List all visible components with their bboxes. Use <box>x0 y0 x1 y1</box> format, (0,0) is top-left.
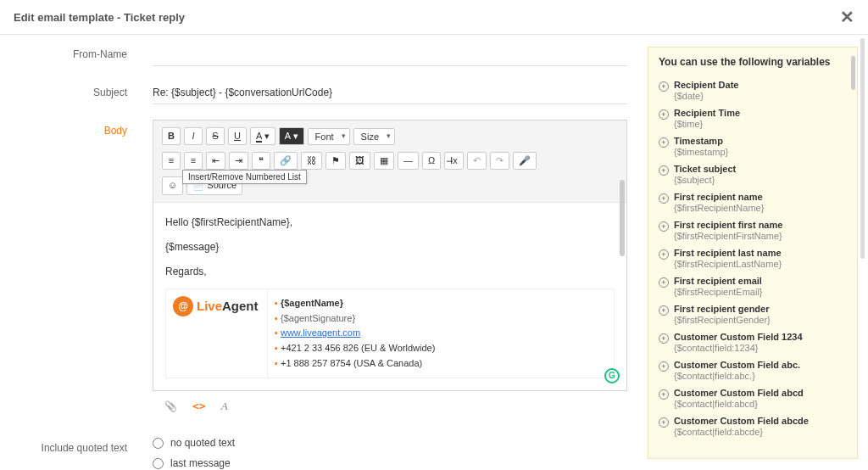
variable-item[interactable]: First recipient name{$firstRecipientName… <box>659 188 847 216</box>
bold-button[interactable]: B <box>162 127 181 145</box>
redo-button[interactable]: ↷ <box>490 152 509 170</box>
subject-input[interactable] <box>153 81 627 104</box>
editor-content-area[interactable]: Hello {$firstRecipientName}, {$message} … <box>153 203 626 391</box>
plus-icon[interactable] <box>659 249 669 260</box>
variables-title: You can use the following variables <box>659 56 847 68</box>
variable-code: {$firstRecipientFirstName} <box>674 231 782 241</box>
undo-button[interactable]: ↶ <box>467 152 487 170</box>
plus-icon[interactable] <box>659 417 669 428</box>
variable-item[interactable]: First recipient first name{$firstRecipie… <box>659 216 847 244</box>
font-select[interactable]: Font <box>308 128 350 145</box>
variable-item[interactable]: Customer Custom Field abc.{$contact|fiel… <box>659 356 847 384</box>
plus-icon[interactable] <box>659 165 669 176</box>
variables-panel: You can use the following variables Reci… <box>648 47 858 459</box>
quoted-radio-group: no quoted text last message last couple … <box>153 437 627 470</box>
editor-scrollbar[interactable] <box>620 180 625 256</box>
variable-code: {$timestamp} <box>674 147 728 157</box>
attachment-icon[interactable] <box>164 400 177 413</box>
numbered-list-button[interactable]: ≡ <box>162 152 181 170</box>
variable-code: {$firstRecipientEmail} <box>674 287 763 297</box>
from-name-label: From-Name <box>17 43 153 60</box>
outdent-button[interactable]: ⇤ <box>206 152 225 170</box>
variable-name: First recipient first name <box>674 220 782 230</box>
emoji-button[interactable]: ☺ <box>162 176 183 194</box>
variable-item[interactable]: Customer Custom Field abcde{$contact|fie… <box>659 412 847 440</box>
unlink-button[interactable]: ⛓ <box>301 152 322 170</box>
variable-name: Customer Custom Field 1234 <box>674 332 803 342</box>
plus-icon[interactable] <box>659 109 669 120</box>
body-message: {$message} <box>165 239 615 255</box>
variable-name: Recipient Date <box>674 80 738 90</box>
plus-icon[interactable] <box>659 389 669 400</box>
variable-name: Customer Custom Field abc. <box>674 360 800 370</box>
link-button[interactable]: 🔗 <box>274 152 298 170</box>
variable-name: First recipient gender <box>674 304 769 314</box>
radio-no-quoted[interactable]: no quoted text <box>153 437 627 449</box>
code-toggle-icon[interactable]: <> <box>192 400 206 413</box>
plus-icon[interactable] <box>659 193 669 204</box>
plus-icon[interactable] <box>659 137 669 148</box>
sig-website-link[interactable]: www.liveagent.com <box>281 327 360 338</box>
blockquote-button[interactable]: ❝ <box>252 152 270 170</box>
plus-icon[interactable] <box>659 361 669 372</box>
variable-item[interactable]: Recipient Time{$time} <box>659 104 847 132</box>
hr-button[interactable]: — <box>398 152 419 170</box>
anchor-button[interactable]: ⚑ <box>326 152 346 170</box>
variable-item[interactable]: First recipient gender{$firstRecipientGe… <box>659 300 847 328</box>
clear-format-button[interactable]: I̶x <box>444 152 464 170</box>
variable-code: {$subject} <box>674 175 736 185</box>
plus-icon[interactable] <box>659 81 669 92</box>
size-select[interactable]: Size <box>353 128 395 145</box>
text-color-button[interactable]: A ▾ <box>250 127 275 145</box>
variable-code: {$contact|field:abcde} <box>674 427 809 437</box>
page-scrollbar[interactable] <box>860 38 865 259</box>
variable-item[interactable]: Timestamp{$timestamp} <box>659 132 847 160</box>
close-icon[interactable]: ✕ <box>840 8 854 25</box>
variable-code: {$contact|field:1234} <box>674 343 803 353</box>
mic-button[interactable]: 🎤 <box>513 152 537 170</box>
dialog-header: Edit email template - Ticket reply ✕ <box>0 0 868 35</box>
variable-item[interactable]: First recipient email{$firstRecipientEma… <box>659 272 847 300</box>
variable-name: First recipient email <box>674 276 762 286</box>
from-name-input[interactable] <box>153 43 627 66</box>
variable-item[interactable]: Recipient Date{$date} <box>659 76 847 104</box>
radio-last-message[interactable]: last message <box>153 457 627 469</box>
bg-color-button[interactable]: A ▾ <box>279 127 304 145</box>
plus-icon[interactable] <box>659 333 669 344</box>
plus-icon[interactable] <box>659 305 669 316</box>
attachment-row: <> A <box>153 391 627 422</box>
font-toggle-icon[interactable]: A <box>221 400 228 413</box>
table-button[interactable]: ▦ <box>374 152 394 170</box>
variable-item[interactable]: First recipient last name{$firstRecipien… <box>659 244 847 272</box>
variable-code: {$date} <box>674 91 738 101</box>
variable-name: Customer Custom Field abcd <box>674 388 804 398</box>
italic-button[interactable]: I <box>184 127 203 145</box>
grammarly-icon[interactable] <box>604 368 620 383</box>
dialog-title: Edit email template - Ticket reply <box>14 11 185 24</box>
underline-button[interactable]: U <box>228 127 247 145</box>
variable-name: First recipient name <box>674 192 763 202</box>
editor-toolbar: B I S U A ▾ A ▾ Font Size ≡ ≡ ⇤ <box>153 120 626 203</box>
variable-code: {$contact|field:abcd} <box>674 399 804 409</box>
plus-icon[interactable] <box>659 277 669 288</box>
variable-item[interactable]: Ticket subject{$subject} <box>659 160 847 188</box>
sig-phone-eu: +421 2 33 456 826 (EU & Worldwide) <box>275 341 607 356</box>
sig-phone-us: +1 888 257 8754 (USA & Canada) <box>275 356 607 372</box>
image-button[interactable]: 🖼 <box>349 152 370 170</box>
variable-item[interactable]: Customer Custom Field 1234{$contact|fiel… <box>659 328 847 356</box>
variable-name: Ticket subject <box>674 164 736 174</box>
dialog-content: From-Name Subject Body B I S <box>0 35 868 470</box>
include-quoted-label: Include quoted text <box>17 437 153 454</box>
sig-agent-name: {$agentName} <box>281 298 343 308</box>
indent-button[interactable]: ⇥ <box>229 152 248 170</box>
variable-name: Customer Custom Field abcde <box>674 416 809 426</box>
panel-scrollbar[interactable] <box>851 56 855 90</box>
variable-code: {$contact|field:abc.} <box>674 371 800 381</box>
special-char-button[interactable]: Ω <box>422 152 441 170</box>
strike-button[interactable]: S <box>206 127 225 145</box>
body-greeting: Hello {$firstRecipientName}, <box>165 215 615 231</box>
bullet-list-button[interactable]: ≡ <box>184 152 203 170</box>
plus-icon[interactable] <box>659 221 669 232</box>
variable-name: Timestamp <box>674 136 723 146</box>
variable-item[interactable]: Customer Custom Field abcd{$contact|fiel… <box>659 384 847 412</box>
